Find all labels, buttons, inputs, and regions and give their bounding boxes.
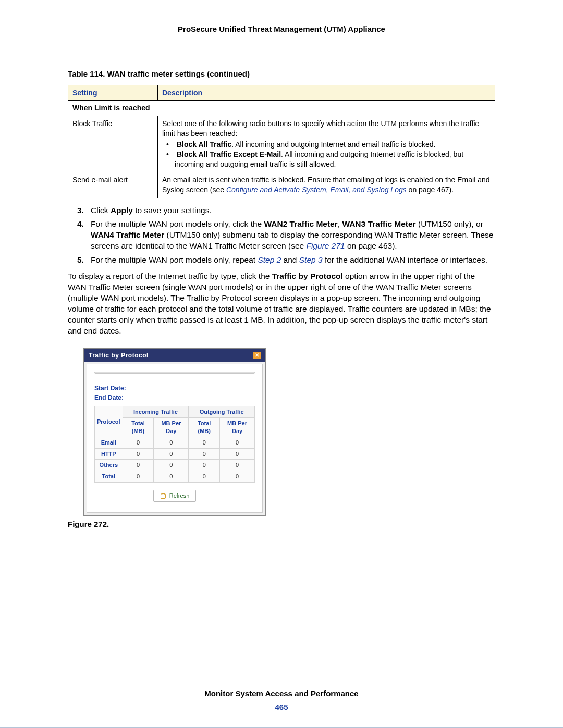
setting-cell: Block Traffic — [68, 116, 158, 172]
end-date-label: End Date: — [94, 393, 255, 402]
row-label: Others — [95, 460, 123, 471]
step-text: and — [281, 255, 299, 264]
traffic-by-protocol-bold: Traffic by Protocol — [272, 272, 343, 280]
page-number: 465 — [0, 702, 563, 712]
table-caption: Table 114. WAN traffic meter settings (c… — [68, 69, 495, 79]
row-label: Total — [95, 471, 123, 483]
link-configure-logs[interactable]: Configure and Activate System, Email, an… — [226, 186, 407, 194]
link-figure-271[interactable]: Figure 271 — [307, 241, 345, 250]
cell: 0 — [189, 437, 220, 448]
document-title: ProSecure Unified Threat Management (UTM… — [68, 24, 495, 34]
cell: 0 — [123, 437, 154, 448]
th-description: Description — [158, 85, 495, 101]
cell: 0 — [220, 437, 255, 448]
step-text: (UTM150 only), or — [416, 219, 483, 228]
refresh-button[interactable]: Refresh — [153, 490, 197, 502]
step-bold: WAN2 Traffic Meter — [264, 219, 338, 228]
bullet-text: . All incoming and outgoing Internet and… — [231, 140, 435, 149]
link-step-2[interactable]: Step 2 — [258, 255, 281, 264]
th-sub: MB Per Day — [220, 418, 255, 437]
step-text: Click — [91, 206, 111, 215]
table-row: HTTP 0 0 0 0 — [95, 448, 255, 460]
setting-cell: Send e-mail alert — [68, 172, 158, 198]
cell: 0 — [189, 448, 220, 460]
cell: 0 — [123, 471, 154, 483]
popup-title: Traffic by Protocol — [89, 351, 149, 360]
footer-chapter-title: Monitor System Access and Performance — [0, 688, 563, 699]
cell: 0 — [154, 471, 189, 483]
description-cell: Select one of the following radio button… — [158, 116, 495, 172]
traffic-by-protocol-popup: Traffic by Protocol ✕ Start Date: End Da… — [83, 348, 266, 516]
apply-bold: Apply — [111, 206, 133, 215]
figure-caption: Figure 272. — [68, 519, 495, 529]
para-text: To display a report of the Internet traf… — [68, 272, 272, 280]
bullet-term: Block All Traffic — [177, 140, 231, 149]
desc-bullet: Block All Traffic. All incoming and outg… — [175, 140, 491, 150]
step-bold: WAN4 Traffic Meter — [91, 230, 164, 239]
step-text: for the additional WAN interface or inte… — [323, 255, 487, 264]
table-row: Block Traffic Select one of the followin… — [68, 116, 495, 172]
refresh-label: Refresh — [169, 492, 190, 500]
cell: 0 — [220, 460, 255, 471]
step-text: to save your settings. — [133, 206, 212, 215]
body-paragraph: To display a report of the Internet traf… — [68, 271, 495, 337]
cell: 0 — [123, 448, 154, 460]
separator — [94, 372, 255, 374]
cell: 0 — [220, 448, 255, 460]
cell: 0 — [154, 460, 189, 471]
start-date-label: Start Date: — [94, 384, 255, 392]
th-protocol: Protocol — [95, 406, 123, 437]
desc-bullet: Block All Traffic Except E-Mail. All inc… — [175, 150, 491, 169]
th-sub: Total (MB) — [189, 418, 220, 437]
para-text: option arrow in the upper right of the W… — [68, 272, 491, 335]
step-text: For the multiple WAN port models only, c… — [91, 219, 264, 228]
description-cell: An email alert is sent when traffic is b… — [158, 172, 495, 198]
th-sub: Total (MB) — [123, 418, 154, 437]
step-5: For the multiple WAN port models only, r… — [77, 255, 495, 266]
desc-text: on page 467). — [407, 186, 454, 194]
close-icon[interactable]: ✕ — [253, 352, 261, 359]
th-outgoing: Outgoing Traffic — [189, 406, 255, 418]
table-row: Send e-mail alert An email alert is sent… — [68, 172, 495, 198]
refresh-icon — [160, 493, 166, 499]
table-row: Email 0 0 0 0 — [95, 437, 255, 448]
row-label: HTTP — [95, 448, 123, 460]
cell: 0 — [123, 460, 154, 471]
step-text: on page 463). — [345, 241, 397, 250]
link-step-3[interactable]: Step 3 — [299, 255, 323, 264]
step-bold: WAN3 Traffic Meter — [342, 219, 415, 228]
step-text: For the multiple WAN port models only, r… — [91, 255, 258, 264]
step-3: Click Apply to save your settings. — [77, 205, 495, 216]
cell: 0 — [189, 471, 220, 483]
cell: 0 — [220, 471, 255, 483]
wan-traffic-settings-table: Setting Description When Limit is reache… — [68, 85, 495, 198]
section-heading: When Limit is reached — [68, 101, 495, 116]
th-setting: Setting — [68, 85, 158, 101]
table-row: Total 0 0 0 0 — [95, 471, 255, 483]
cell: 0 — [154, 437, 189, 448]
row-label: Email — [95, 437, 123, 448]
desc-intro: Select one of the following radio button… — [162, 119, 479, 138]
cell: 0 — [189, 460, 220, 471]
popup-titlebar: Traffic by Protocol ✕ — [84, 349, 265, 362]
footer-rule — [68, 681, 495, 681]
step-4: For the multiple WAN port models only, c… — [77, 219, 495, 252]
th-incoming: Incoming Traffic — [123, 406, 189, 418]
cell: 0 — [154, 448, 189, 460]
bullet-term: Block All Traffic Except E-Mail — [177, 150, 281, 158]
protocol-traffic-table: Protocol Incoming Traffic Outgoing Traff… — [94, 406, 255, 483]
table-row: Others 0 0 0 0 — [95, 460, 255, 471]
th-sub: MB Per Day — [154, 418, 189, 437]
